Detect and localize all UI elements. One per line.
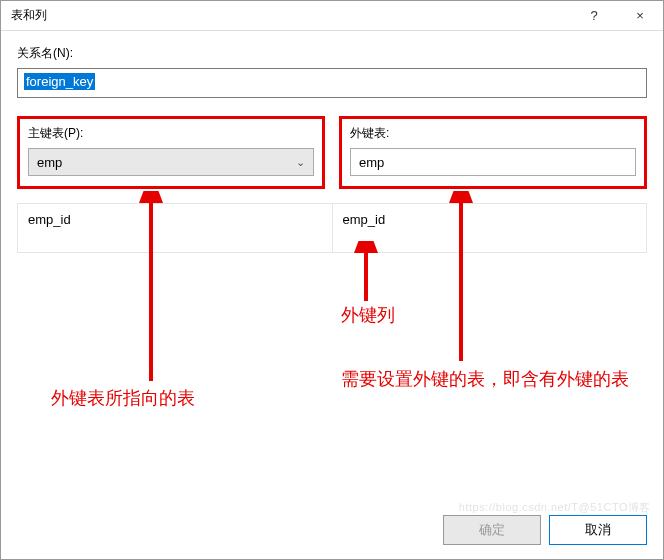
chevron-down-icon: ⌄ — [296, 156, 305, 169]
relation-name-input[interactable]: foreign_key — [17, 68, 647, 98]
watermark: https://blog.csdn.net/T@51CTO博客 — [459, 500, 651, 515]
foreign-table-value: emp — [359, 155, 384, 170]
dialog-window: 表和列 ? × 关系名(N): foreign_key 主键表(P): emp … — [0, 0, 664, 560]
help-button[interactable]: ? — [571, 1, 617, 31]
help-icon: ? — [590, 8, 597, 23]
primary-table-value: emp — [37, 155, 62, 170]
primary-redbox: 主键表(P): emp ⌄ — [17, 116, 325, 189]
foreign-redbox: 外键表: emp — [339, 116, 647, 189]
ok-label: 确定 — [479, 521, 505, 539]
annotation-fkcol: 外键列 — [341, 303, 395, 327]
primary-table-label: 主键表(P): — [28, 125, 314, 142]
primary-column-value: emp_id — [28, 212, 71, 227]
foreign-table-readonly: emp — [350, 148, 636, 176]
cancel-button[interactable]: 取消 — [549, 515, 647, 545]
annotation-left: 外键表所指向的表 — [51, 386, 195, 410]
column-mapping: emp_id emp_id — [17, 203, 647, 253]
window-title: 表和列 — [11, 7, 571, 24]
button-bar: 确定 取消 — [443, 515, 647, 545]
table-row: 主键表(P): emp ⌄ 外键表: emp — [17, 116, 647, 189]
foreign-column-value: emp_id — [343, 212, 386, 227]
foreign-table-label: 外键表: — [350, 125, 636, 142]
dialog-content: 关系名(N): foreign_key 主键表(P): emp ⌄ 外键表: e… — [1, 31, 663, 267]
relation-name-label: 关系名(N): — [17, 45, 647, 62]
primary-col: 主键表(P): emp ⌄ — [17, 116, 325, 189]
close-button[interactable]: × — [617, 1, 663, 31]
foreign-column-cell[interactable]: emp_id — [332, 204, 647, 252]
cancel-label: 取消 — [585, 521, 611, 539]
primary-table-select[interactable]: emp ⌄ — [28, 148, 314, 176]
close-icon: × — [636, 8, 644, 23]
primary-column-cell[interactable]: emp_id — [18, 204, 332, 252]
annotation-right: 需要设置外键的表，即含有外键的表 — [341, 366, 641, 393]
foreign-col: 外键表: emp — [339, 116, 647, 189]
relation-name-value: foreign_key — [24, 73, 95, 90]
titlebar: 表和列 ? × — [1, 1, 663, 31]
ok-button[interactable]: 确定 — [443, 515, 541, 545]
